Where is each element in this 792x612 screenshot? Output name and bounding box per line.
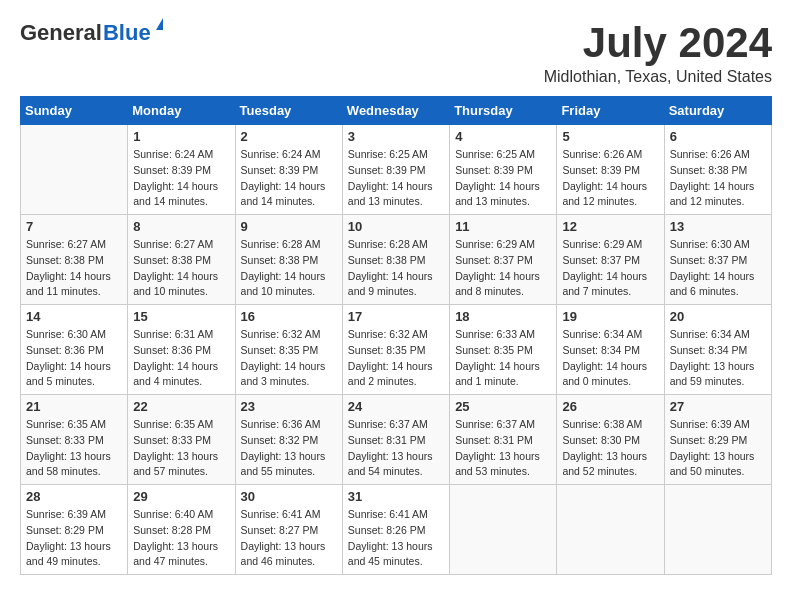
day-number: 25 bbox=[455, 399, 551, 414]
day-number: 12 bbox=[562, 219, 658, 234]
day-number: 15 bbox=[133, 309, 229, 324]
day-number: 26 bbox=[562, 399, 658, 414]
logo-blue-text: Blue bbox=[103, 20, 151, 45]
cell-week5-day4 bbox=[450, 485, 557, 575]
day-number: 18 bbox=[455, 309, 551, 324]
day-number: 27 bbox=[670, 399, 766, 414]
day-info: Sunrise: 6:29 AM Sunset: 8:37 PM Dayligh… bbox=[562, 237, 658, 300]
day-number: 4 bbox=[455, 129, 551, 144]
cell-week2-day1: 8Sunrise: 6:27 AM Sunset: 8:38 PM Daylig… bbox=[128, 215, 235, 305]
day-info: Sunrise: 6:30 AM Sunset: 8:36 PM Dayligh… bbox=[26, 327, 122, 390]
day-info: Sunrise: 6:35 AM Sunset: 8:33 PM Dayligh… bbox=[26, 417, 122, 480]
cell-week1-day4: 4Sunrise: 6:25 AM Sunset: 8:39 PM Daylig… bbox=[450, 125, 557, 215]
header-monday: Monday bbox=[128, 97, 235, 125]
day-info: Sunrise: 6:37 AM Sunset: 8:31 PM Dayligh… bbox=[455, 417, 551, 480]
cell-week1-day2: 2Sunrise: 6:24 AM Sunset: 8:39 PM Daylig… bbox=[235, 125, 342, 215]
day-info: Sunrise: 6:39 AM Sunset: 8:29 PM Dayligh… bbox=[670, 417, 766, 480]
day-number: 28 bbox=[26, 489, 122, 504]
header: General Blue July 2024 Midlothian, Texas… bbox=[20, 20, 772, 86]
cell-week3-day3: 17Sunrise: 6:32 AM Sunset: 8:35 PM Dayli… bbox=[342, 305, 449, 395]
day-number: 6 bbox=[670, 129, 766, 144]
day-info: Sunrise: 6:32 AM Sunset: 8:35 PM Dayligh… bbox=[348, 327, 444, 390]
cell-week5-day1: 29Sunrise: 6:40 AM Sunset: 8:28 PM Dayli… bbox=[128, 485, 235, 575]
day-info: Sunrise: 6:30 AM Sunset: 8:37 PM Dayligh… bbox=[670, 237, 766, 300]
cell-week4-day5: 26Sunrise: 6:38 AM Sunset: 8:30 PM Dayli… bbox=[557, 395, 664, 485]
day-number: 14 bbox=[26, 309, 122, 324]
cell-week3-day2: 16Sunrise: 6:32 AM Sunset: 8:35 PM Dayli… bbox=[235, 305, 342, 395]
day-info: Sunrise: 6:34 AM Sunset: 8:34 PM Dayligh… bbox=[670, 327, 766, 390]
day-number: 9 bbox=[241, 219, 337, 234]
cell-week3-day6: 20Sunrise: 6:34 AM Sunset: 8:34 PM Dayli… bbox=[664, 305, 771, 395]
day-info: Sunrise: 6:28 AM Sunset: 8:38 PM Dayligh… bbox=[241, 237, 337, 300]
cell-week4-day6: 27Sunrise: 6:39 AM Sunset: 8:29 PM Dayli… bbox=[664, 395, 771, 485]
day-number: 16 bbox=[241, 309, 337, 324]
cell-week4-day1: 22Sunrise: 6:35 AM Sunset: 8:33 PM Dayli… bbox=[128, 395, 235, 485]
calendar-header: Sunday Monday Tuesday Wednesday Thursday… bbox=[21, 97, 772, 125]
day-info: Sunrise: 6:35 AM Sunset: 8:33 PM Dayligh… bbox=[133, 417, 229, 480]
title-section: July 2024 Midlothian, Texas, United Stat… bbox=[544, 20, 772, 86]
day-info: Sunrise: 6:27 AM Sunset: 8:38 PM Dayligh… bbox=[26, 237, 122, 300]
day-number: 22 bbox=[133, 399, 229, 414]
day-info: Sunrise: 6:25 AM Sunset: 8:39 PM Dayligh… bbox=[455, 147, 551, 210]
day-info: Sunrise: 6:29 AM Sunset: 8:37 PM Dayligh… bbox=[455, 237, 551, 300]
day-info: Sunrise: 6:28 AM Sunset: 8:38 PM Dayligh… bbox=[348, 237, 444, 300]
day-info: Sunrise: 6:27 AM Sunset: 8:38 PM Dayligh… bbox=[133, 237, 229, 300]
day-info: Sunrise: 6:37 AM Sunset: 8:31 PM Dayligh… bbox=[348, 417, 444, 480]
logo-general-text: General bbox=[20, 20, 102, 46]
day-number: 2 bbox=[241, 129, 337, 144]
cell-week5-day5 bbox=[557, 485, 664, 575]
day-number: 20 bbox=[670, 309, 766, 324]
day-number: 31 bbox=[348, 489, 444, 504]
day-number: 21 bbox=[26, 399, 122, 414]
cell-week2-day3: 10Sunrise: 6:28 AM Sunset: 8:38 PM Dayli… bbox=[342, 215, 449, 305]
cell-week5-day0: 28Sunrise: 6:39 AM Sunset: 8:29 PM Dayli… bbox=[21, 485, 128, 575]
header-sunday: Sunday bbox=[21, 97, 128, 125]
day-number: 19 bbox=[562, 309, 658, 324]
cell-week3-day0: 14Sunrise: 6:30 AM Sunset: 8:36 PM Dayli… bbox=[21, 305, 128, 395]
day-number: 11 bbox=[455, 219, 551, 234]
header-friday: Friday bbox=[557, 97, 664, 125]
day-number: 13 bbox=[670, 219, 766, 234]
cell-week4-day3: 24Sunrise: 6:37 AM Sunset: 8:31 PM Dayli… bbox=[342, 395, 449, 485]
day-number: 29 bbox=[133, 489, 229, 504]
day-info: Sunrise: 6:26 AM Sunset: 8:38 PM Dayligh… bbox=[670, 147, 766, 210]
day-number: 3 bbox=[348, 129, 444, 144]
cell-week2-day5: 12Sunrise: 6:29 AM Sunset: 8:37 PM Dayli… bbox=[557, 215, 664, 305]
day-number: 24 bbox=[348, 399, 444, 414]
cell-week3-day4: 18Sunrise: 6:33 AM Sunset: 8:35 PM Dayli… bbox=[450, 305, 557, 395]
cell-week2-day2: 9Sunrise: 6:28 AM Sunset: 8:38 PM Daylig… bbox=[235, 215, 342, 305]
cell-week5-day3: 31Sunrise: 6:41 AM Sunset: 8:26 PM Dayli… bbox=[342, 485, 449, 575]
header-wednesday: Wednesday bbox=[342, 97, 449, 125]
cell-week5-day6 bbox=[664, 485, 771, 575]
day-number: 8 bbox=[133, 219, 229, 234]
day-number: 7 bbox=[26, 219, 122, 234]
cell-week3-day5: 19Sunrise: 6:34 AM Sunset: 8:34 PM Dayli… bbox=[557, 305, 664, 395]
day-info: Sunrise: 6:41 AM Sunset: 8:26 PM Dayligh… bbox=[348, 507, 444, 570]
day-info: Sunrise: 6:39 AM Sunset: 8:29 PM Dayligh… bbox=[26, 507, 122, 570]
calendar-table: Sunday Monday Tuesday Wednesday Thursday… bbox=[20, 96, 772, 575]
cell-week4-day4: 25Sunrise: 6:37 AM Sunset: 8:31 PM Dayli… bbox=[450, 395, 557, 485]
day-info: Sunrise: 6:31 AM Sunset: 8:36 PM Dayligh… bbox=[133, 327, 229, 390]
day-number: 17 bbox=[348, 309, 444, 324]
cell-week2-day0: 7Sunrise: 6:27 AM Sunset: 8:38 PM Daylig… bbox=[21, 215, 128, 305]
day-info: Sunrise: 6:33 AM Sunset: 8:35 PM Dayligh… bbox=[455, 327, 551, 390]
week-row-1: 1Sunrise: 6:24 AM Sunset: 8:39 PM Daylig… bbox=[21, 125, 772, 215]
header-saturday: Saturday bbox=[664, 97, 771, 125]
cell-week4-day2: 23Sunrise: 6:36 AM Sunset: 8:32 PM Dayli… bbox=[235, 395, 342, 485]
day-number: 10 bbox=[348, 219, 444, 234]
header-tuesday: Tuesday bbox=[235, 97, 342, 125]
cell-week3-day1: 15Sunrise: 6:31 AM Sunset: 8:36 PM Dayli… bbox=[128, 305, 235, 395]
month-year-title: July 2024 bbox=[544, 20, 772, 66]
cell-week5-day2: 30Sunrise: 6:41 AM Sunset: 8:27 PM Dayli… bbox=[235, 485, 342, 575]
cell-week1-day1: 1Sunrise: 6:24 AM Sunset: 8:39 PM Daylig… bbox=[128, 125, 235, 215]
day-number: 30 bbox=[241, 489, 337, 504]
day-number: 23 bbox=[241, 399, 337, 414]
logo: General Blue bbox=[20, 20, 151, 46]
cell-week1-day3: 3Sunrise: 6:25 AM Sunset: 8:39 PM Daylig… bbox=[342, 125, 449, 215]
day-info: Sunrise: 6:32 AM Sunset: 8:35 PM Dayligh… bbox=[241, 327, 337, 390]
cell-week1-day0 bbox=[21, 125, 128, 215]
cell-week4-day0: 21Sunrise: 6:35 AM Sunset: 8:33 PM Dayli… bbox=[21, 395, 128, 485]
day-info: Sunrise: 6:26 AM Sunset: 8:39 PM Dayligh… bbox=[562, 147, 658, 210]
day-info: Sunrise: 6:24 AM Sunset: 8:39 PM Dayligh… bbox=[133, 147, 229, 210]
logo-icon bbox=[156, 18, 163, 30]
